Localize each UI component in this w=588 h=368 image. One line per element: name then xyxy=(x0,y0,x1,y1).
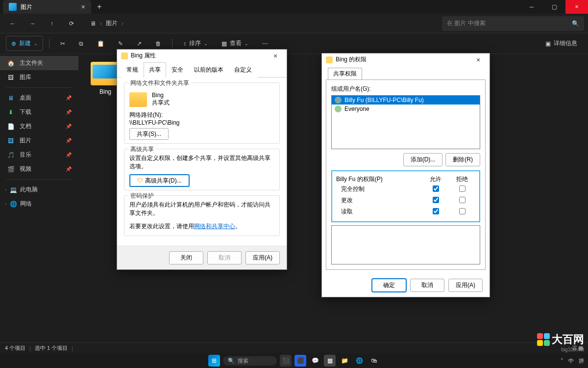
task-icon[interactable]: ⬛ xyxy=(280,355,292,367)
close-button[interactable]: 关闭 xyxy=(169,251,203,264)
perm-row-read: 读取 xyxy=(336,206,475,217)
maximize-button[interactable]: ▢ xyxy=(543,0,565,14)
deny-full-checkbox[interactable] xyxy=(459,185,466,192)
sidebar-item-home[interactable]: 🏠主文件夹 xyxy=(0,56,78,70)
network-path-value: \\BILLYFU-PC\Bing xyxy=(129,119,274,126)
share-icon: ↗ xyxy=(137,40,142,47)
view-button[interactable]: ▦ 查看 ⌄ xyxy=(217,36,253,51)
view-label: 查看 xyxy=(230,39,242,48)
refresh-button[interactable]: ⟳ xyxy=(63,16,80,31)
tab-general[interactable]: 常规 xyxy=(121,62,144,78)
sidebar-item-videos[interactable]: 🎬视频📌 xyxy=(0,162,78,176)
properties-dialog: Bing 属性 × 常规 共享 安全 以前的版本 自定义 网络文件和文件夹共享 … xyxy=(117,49,287,270)
close-tab-icon[interactable]: × xyxy=(81,3,85,11)
ok-button[interactable]: 确定 xyxy=(372,279,406,292)
chevron-right-icon: › xyxy=(5,202,6,207)
apply-button[interactable]: 应用(A) xyxy=(448,279,483,292)
close-icon[interactable]: × xyxy=(268,52,283,60)
pictures-icon xyxy=(9,3,17,11)
details-pane-button[interactable]: ▣ 详细信息 xyxy=(540,36,582,51)
start-button[interactable]: ⊞ xyxy=(208,355,220,367)
separator xyxy=(49,39,49,49)
delete-button[interactable]: 🗑 xyxy=(150,37,166,50)
task-icon[interactable]: ⬛ xyxy=(294,355,306,367)
remove-button[interactable]: 删除(R) xyxy=(445,153,480,166)
watermark-url: big100.net xyxy=(537,347,584,352)
allow-read-checkbox[interactable] xyxy=(433,208,439,214)
sort-button[interactable]: ↕ 排序 ⌄ xyxy=(178,36,213,51)
sidebar-item-downloads[interactable]: ⬇下载📌 xyxy=(0,105,78,119)
scissors-icon: ✂ xyxy=(60,40,65,47)
chevron-right-icon: › xyxy=(100,20,102,27)
music-icon: 🎵 xyxy=(7,152,15,158)
explorer-taskbar-icon[interactable]: 📁 xyxy=(339,355,350,367)
deny-read-checkbox[interactable] xyxy=(459,208,466,214)
minimize-button[interactable]: ─ xyxy=(520,0,543,14)
sidebar-item-documents[interactable]: 📄文档📌 xyxy=(0,119,78,133)
allow-change-checkbox[interactable] xyxy=(433,197,439,203)
share-folder-status: 共享式 xyxy=(152,99,170,107)
cut-button[interactable]: ✂ xyxy=(55,37,70,50)
more-button[interactable]: ⋯ xyxy=(257,37,273,50)
deny-change-checkbox[interactable] xyxy=(459,197,466,203)
breadcrumb-item[interactable]: 图片 xyxy=(106,19,118,27)
active-tab[interactable]: 图片 × xyxy=(3,0,91,14)
new-button[interactable]: ⊕ 新建 ⌄ xyxy=(6,36,43,51)
system-tray[interactable]: ˄ 中 拼 xyxy=(561,357,584,365)
share-button[interactable]: 共享(S)... xyxy=(129,128,169,140)
close-window-button[interactable]: × xyxy=(565,0,588,14)
ime-indicator[interactable]: 中 xyxy=(568,357,574,365)
tray-chevron-icon[interactable]: ˄ xyxy=(561,358,564,364)
dialog-titlebar[interactable]: Bing 的权限 × xyxy=(322,53,490,66)
user-list[interactable]: Billy Fu (BILLYFU-PC\Billy Fu) Everyone xyxy=(331,95,480,149)
dialog-titlebar[interactable]: Bing 属性 × xyxy=(117,50,287,62)
status-count: 4 个项目 xyxy=(5,344,25,352)
allow-full-checkbox[interactable] xyxy=(433,185,439,192)
chevron-down-icon: ⌄ xyxy=(34,41,38,46)
cancel-button[interactable]: 取消 xyxy=(410,279,444,292)
task-icon[interactable]: ▦ xyxy=(324,355,336,367)
cancel-button[interactable]: 取消 xyxy=(207,251,242,264)
breadcrumb[interactable]: 🖥 › 图片 › xyxy=(90,19,123,27)
sidebar-item-pictures[interactable]: 🖼图片📌 xyxy=(0,133,78,148)
store-taskbar-icon[interactable]: 🛍 xyxy=(368,355,380,367)
network-sharing-center-link[interactable]: 网络和共享中心 xyxy=(194,223,235,230)
share-button[interactable]: ↗ xyxy=(132,37,147,50)
folder-icon xyxy=(326,56,333,63)
forward-button[interactable]: → xyxy=(24,16,41,31)
advanced-sharing-button[interactable]: 🛡高级共享(D)... xyxy=(129,174,190,187)
details-icon: ▣ xyxy=(545,40,551,47)
rename-button[interactable]: ✎ xyxy=(113,37,128,50)
sidebar-label: 下载 xyxy=(20,108,31,116)
task-icon[interactable]: 💬 xyxy=(309,355,321,367)
pin-icon: 📌 xyxy=(66,152,72,158)
paste-button[interactable]: 📋 xyxy=(92,37,109,50)
tab-security[interactable]: 安全 xyxy=(166,62,189,78)
add-button[interactable]: 添加(D)... xyxy=(403,153,443,166)
sidebar-item-desktop[interactable]: 🖥桌面📌 xyxy=(0,91,78,105)
copy-button[interactable]: ⧉ xyxy=(74,37,88,50)
home-icon: 🏠 xyxy=(7,60,15,67)
sidebar-item-thispc[interactable]: ›💻此电脑 xyxy=(0,183,78,197)
up-button[interactable]: ↑ xyxy=(43,16,61,31)
sidebar-item-network[interactable]: ›🌐网络 xyxy=(0,197,78,211)
tab-share-permissions[interactable]: 共享权限 xyxy=(328,68,362,79)
tab-sharing[interactable]: 共享 xyxy=(144,62,166,78)
folder-icon xyxy=(91,62,120,85)
user-row-everyone[interactable]: Everyone xyxy=(332,105,480,113)
close-icon[interactable]: × xyxy=(471,56,486,64)
user-row-billyfu[interactable]: Billy Fu (BILLYFU-PC\Billy Fu) xyxy=(332,96,480,105)
back-button[interactable]: ← xyxy=(4,16,22,31)
ime-mode[interactable]: 拼 xyxy=(579,357,584,365)
sidebar-item-gallery[interactable]: 🖼图库 xyxy=(0,70,78,84)
perm-row-full-control: 完全控制 xyxy=(336,184,475,195)
tab-customize[interactable]: 自定义 xyxy=(229,62,257,78)
edge-taskbar-icon[interactable]: 🌐 xyxy=(353,355,365,367)
new-tab-button[interactable]: + xyxy=(91,2,107,11)
tab-previous-versions[interactable]: 以前的版本 xyxy=(189,62,229,78)
dialog-body: 网络文件和文件夹共享 Bing 共享式 网络路径(N): \\BILLYFU-P… xyxy=(117,78,287,246)
search-input[interactable]: 在 图片 中搜索 🔍 xyxy=(442,16,584,31)
taskbar-search[interactable]: 🔍搜索 xyxy=(223,356,277,366)
sidebar-item-music[interactable]: 🎵音乐📌 xyxy=(0,148,78,162)
apply-button[interactable]: 应用(A) xyxy=(245,251,280,264)
